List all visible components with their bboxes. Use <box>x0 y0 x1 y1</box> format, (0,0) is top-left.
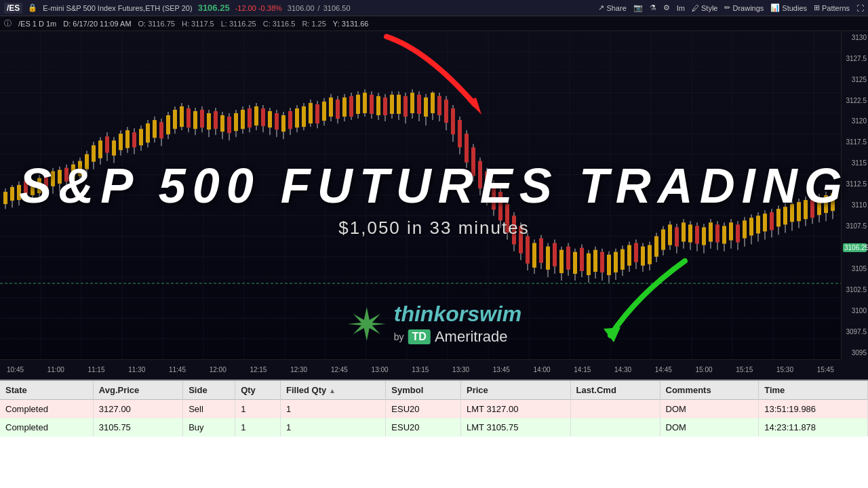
im-button[interactable]: Im <box>677 4 685 12</box>
svg-rect-91 <box>186 108 191 127</box>
svg-rect-109 <box>248 108 252 127</box>
svg-rect-235 <box>675 227 679 246</box>
svg-rect-103 <box>227 117 231 133</box>
svg-rect-121 <box>288 111 292 129</box>
svg-rect-273 <box>804 200 808 219</box>
svg-rect-69 <box>112 140 116 155</box>
svg-rect-195 <box>539 239 543 263</box>
svg-rect-271 <box>797 202 801 221</box>
cell-last-cmd <box>570 418 660 436</box>
table-body: Completed 3127.00 Sell 1 1 ESU20 LMT 312… <box>0 400 868 437</box>
svg-rect-189 <box>519 226 523 253</box>
chart-area[interactable]: ⓘ /ES 1 D 1m D: 6/17/20 11:09 AM O: 3116… <box>0 16 868 380</box>
col-symbol[interactable]: Symbol <box>386 381 461 400</box>
svg-rect-227 <box>648 245 652 264</box>
svg-rect-131 <box>322 102 326 121</box>
svg-rect-93 <box>193 111 197 129</box>
svg-rect-79 <box>146 123 150 142</box>
chart-high: H: 3117.5 <box>182 20 214 28</box>
svg-rect-159 <box>417 95 421 114</box>
svg-rect-179 <box>485 171 489 199</box>
cell-time: 13:51:19.986 <box>759 400 868 419</box>
svg-rect-67 <box>105 136 109 152</box>
price-3122: 3122.5 <box>843 97 867 104</box>
flask-button[interactable]: ⚗ <box>650 3 656 12</box>
svg-rect-77 <box>139 129 143 145</box>
svg-rect-53 <box>58 170 62 184</box>
svg-rect-177 <box>478 161 482 188</box>
price-3097: 3097.5 <box>843 328 867 336</box>
col-avg-price[interactable]: Avg.Price <box>93 381 182 400</box>
svg-rect-185 <box>505 204 509 232</box>
svg-rect-59 <box>78 161 82 176</box>
candlestick-chart <box>0 31 841 359</box>
price-3105: 3105 <box>843 265 867 272</box>
share-button[interactable]: ↗ Share <box>598 3 626 12</box>
style-button[interactable]: 🖊 Style <box>692 4 717 12</box>
symbol-tag[interactable]: /ES <box>4 3 22 14</box>
svg-rect-219 <box>620 249 625 270</box>
svg-rect-81 <box>153 120 157 138</box>
patterns-button[interactable]: ⊞ Patterns <box>814 3 850 12</box>
svg-rect-39 <box>10 187 14 201</box>
svg-rect-263 <box>770 212 774 230</box>
camera-button[interactable]: 📷 <box>633 3 643 12</box>
col-qty[interactable]: Qty <box>235 381 281 400</box>
svg-rect-281 <box>831 193 835 211</box>
studies-button[interactable]: 📊 Studies <box>770 3 807 12</box>
cell-side: Sell <box>183 400 235 419</box>
cell-comments: DOM <box>660 400 759 419</box>
col-comments[interactable]: Comments <box>660 381 759 400</box>
time-axis: 10:45 11:00 11:15 11:30 11:45 12:00 12:1… <box>0 359 841 380</box>
svg-rect-199 <box>553 243 557 266</box>
col-filled-qty[interactable]: Filled Qty ▲ <box>281 381 386 400</box>
col-last-cmd[interactable]: Last.Cmd <box>570 381 660 400</box>
col-state[interactable]: State <box>0 381 93 400</box>
price-3125: 3125 <box>843 76 867 83</box>
col-time[interactable]: Time <box>759 381 868 400</box>
cell-price: LMT 3105.75 <box>461 418 571 436</box>
svg-rect-215 <box>607 255 611 275</box>
svg-rect-41 <box>17 185 21 200</box>
cell-qty: 1 <box>235 418 281 436</box>
expand-button[interactable]: ⛶ <box>856 4 864 12</box>
svg-rect-97 <box>207 113 211 129</box>
svg-rect-203 <box>566 247 570 270</box>
cell-avg-price: 3105.75 <box>93 418 182 436</box>
svg-rect-193 <box>532 243 536 268</box>
svg-rect-139 <box>349 96 353 117</box>
drawings-button[interactable]: ✏ Drawings <box>724 3 764 12</box>
table-row: Completed 3127.00 Sell 1 1 ESU20 LMT 312… <box>0 400 868 419</box>
svg-rect-111 <box>254 106 258 125</box>
settings-button[interactable]: ⚙ <box>663 3 670 12</box>
svg-rect-127 <box>309 103 313 123</box>
svg-rect-145 <box>370 95 374 114</box>
svg-rect-71 <box>119 134 123 150</box>
svg-rect-45 <box>31 183 35 195</box>
col-side[interactable]: Side <box>183 381 235 400</box>
price-3112: 3112.5 <box>843 180 867 188</box>
svg-rect-129 <box>315 104 319 123</box>
cell-symbol: ESU20 <box>386 418 461 436</box>
current-price: 3106.25 <box>198 3 230 13</box>
cell-qty: 1 <box>235 400 281 419</box>
svg-rect-125 <box>302 106 306 127</box>
cell-last-cmd <box>570 400 660 419</box>
svg-rect-275 <box>810 199 814 218</box>
share-icon: ↗ <box>598 3 604 12</box>
table-row: Completed 3105.75 Buy 1 1 ESU20 LMT 3105… <box>0 418 868 436</box>
col-price[interactable]: Price <box>461 381 571 400</box>
svg-rect-101 <box>220 115 224 131</box>
svg-rect-105 <box>234 113 238 131</box>
svg-rect-265 <box>776 209 781 226</box>
chart-svg <box>0 31 841 359</box>
svg-rect-157 <box>410 93 414 113</box>
svg-rect-231 <box>661 229 665 249</box>
svg-rect-141 <box>356 95 360 114</box>
svg-rect-237 <box>682 222 686 241</box>
cell-filled-qty: 1 <box>281 400 386 419</box>
top-bar: /ES 🔒 E-mini S&P 500 Index Futures,ETH (… <box>0 0 868 16</box>
svg-rect-57 <box>71 165 75 180</box>
svg-rect-99 <box>214 111 218 129</box>
price-3127: 3127.5 <box>843 55 867 62</box>
